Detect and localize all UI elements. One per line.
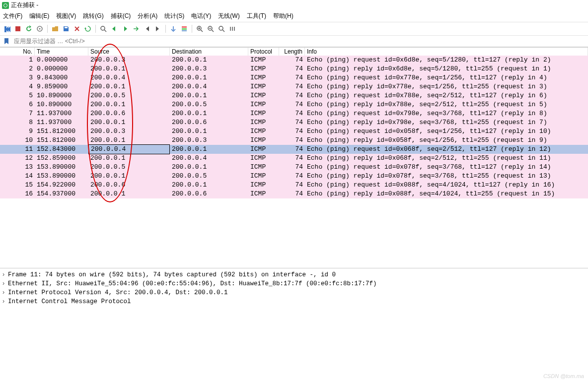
find-icon[interactable] [98,24,108,34]
column-destination[interactable]: Destination [170,48,248,56]
go-last-icon[interactable] [153,24,163,34]
cell-destination: 200.0.0.1 [170,56,248,64]
open-file-icon[interactable] [50,24,60,34]
column-protocol[interactable]: Protocol [248,48,279,56]
expand-icon[interactable]: › [1,279,6,288]
window-titlebar: 正在捕获 - [0,0,588,10]
cell-destination: 200.0.0.1 [170,91,248,100]
packet-row[interactable]: 12152.859000200.0.0.1200.0.0.4ICMP74Echo… [0,154,588,163]
go-to-packet-icon[interactable] [131,24,141,34]
cell-info: Echo (ping) request id=0x058f, seq=1/256… [305,127,588,136]
cell-source: 200.0.0.6 [88,181,170,190]
packet-row[interactable]: 16154.937000200.0.0.1200.0.0.6ICMP74Echo… [0,190,588,198]
go-first-icon[interactable] [142,24,152,34]
packet-row[interactable]: 39.843000200.0.0.4200.0.0.1ICMP74Echo (p… [0,73,588,82]
cell-time: 151.812000 [35,127,88,136]
cell-no: 3 [0,73,35,82]
svg-rect-6 [182,28,187,30]
packet-row[interactable]: 10151.812000200.0.0.1200.0.0.3ICMP74Echo… [0,136,588,145]
reload-icon[interactable] [83,24,93,34]
cell-protocol: ICMP [248,64,279,73]
svg-point-2 [39,28,41,30]
restart-capture-icon[interactable] [24,24,34,34]
detail-icmp: Internet Control Message Protocol [8,297,131,306]
zoom-out-icon[interactable] [206,24,216,34]
menu-view[interactable]: 视图(V) [56,12,76,20]
cell-destination: 200.0.0.6 [170,190,248,198]
stop-capture-icon[interactable] [13,24,23,34]
menu-analyze[interactable]: 分析(A) [138,12,157,20]
cell-protocol: ICMP [248,100,279,109]
cell-protocol: ICMP [248,163,279,172]
detail-frame: Frame 11: 74 bytes on wire (592 bits), 7… [8,270,336,279]
cell-info: Echo (ping) request id=0x798e, seq=3/768… [305,109,588,118]
go-forward-icon[interactable] [120,24,130,34]
cell-source: 200.0.0.1 [88,190,170,198]
display-filter-input[interactable] [12,37,586,46]
packet-row[interactable]: 510.890000200.0.0.5200.0.0.1ICMP74Echo (… [0,91,588,100]
window-title: 正在捕获 - [11,1,38,9]
cell-info: Echo (ping) reply id=0x058f, seq=1/256, … [305,136,588,145]
column-info[interactable]: Info [305,48,588,56]
cell-no: 8 [0,118,35,127]
packet-row[interactable]: 11152.843000200.0.0.4200.0.0.1ICMP74Echo… [0,145,588,154]
cell-length: 74 [279,190,305,198]
save-file-icon[interactable] [61,24,71,34]
cell-no: 1 [0,56,35,64]
expand-icon[interactable]: › [1,288,6,297]
packet-row[interactable]: 811.937000200.0.0.1200.0.0.6ICMP74Echo (… [0,118,588,127]
packet-row[interactable]: 13153.890000200.0.0.5200.0.0.1ICMP74Echo… [0,163,588,172]
menu-statistics[interactable]: 统计(S) [164,12,184,20]
menu-telephony[interactable]: 电话(Y) [191,12,211,20]
cell-destination: 200.0.0.3 [170,136,248,145]
packet-details-pane[interactable]: ›Frame 11: 74 bytes on wire (592 bits), … [0,268,588,367]
svg-rect-0 [15,26,20,31]
packet-row[interactable]: 15154.922000200.0.0.6200.0.0.1ICMP74Echo… [0,181,588,190]
packet-row[interactable]: 49.859000200.0.0.1200.0.0.4ICMP74Echo (p… [0,82,588,91]
cell-info: Echo (ping) request id=0x788e, seq=2/512… [305,91,588,100]
separator [47,25,48,33]
cell-no: 16 [0,190,35,198]
column-length[interactable]: Length [279,48,305,56]
close-file-icon[interactable] [72,24,82,34]
packet-row[interactable]: 610.890000200.0.0.1200.0.0.5ICMP74Echo (… [0,100,588,109]
go-back-icon[interactable] [109,24,119,34]
menu-wireless[interactable]: 无线(W) [218,12,239,20]
menu-help[interactable]: 帮助(H) [273,12,294,20]
cell-info: Echo (ping) request id=0x068f, seq=2/512… [305,145,588,154]
auto-scroll-icon[interactable] [168,24,178,34]
start-capture-icon[interactable] [2,24,12,34]
zoom-reset-icon[interactable] [217,24,226,34]
column-source[interactable]: Source [88,48,170,56]
cell-source: 200.0.0.4 [88,144,170,154]
zoom-in-icon[interactable] [195,24,205,34]
cell-destination: 200.0.0.6 [170,118,248,127]
cell-protocol: ICMP [248,190,279,198]
detail-ipv4: Internet Protocol Version 4, Src: 200.0.… [8,288,228,297]
expand-icon[interactable]: › [1,297,6,306]
menu-file[interactable]: 文件(F) [3,12,22,20]
cell-no: 5 [0,91,35,100]
packet-list[interactable]: 10.000000200.0.0.3200.0.0.1ICMP74Echo (p… [0,56,588,198]
menu-go[interactable]: 跳转(G) [83,12,103,20]
resize-columns-icon[interactable] [227,24,237,34]
packet-row[interactable]: 711.937000200.0.0.6200.0.0.1ICMP74Echo (… [0,109,588,118]
capture-options-icon[interactable] [35,24,45,34]
column-time[interactable]: Time [35,48,88,56]
cell-no: 2 [0,64,35,73]
packet-row[interactable]: 14153.890000200.0.0.1200.0.0.5ICMP74Echo… [0,172,588,181]
packet-row[interactable]: 20.000000200.0.0.1200.0.0.3ICMP74Echo (p… [0,64,588,73]
toolbar [0,22,588,36]
colorize-icon[interactable] [179,24,189,34]
cell-source: 200.0.0.5 [88,91,170,100]
menu-capture[interactable]: 捕获(C) [111,12,131,20]
column-no[interactable]: No. [0,48,35,56]
bookmark-icon[interactable] [2,37,11,46]
cell-protocol: ICMP [248,82,279,91]
menu-edit[interactable]: 编辑(E) [29,12,49,20]
packet-row[interactable]: 10.000000200.0.0.3200.0.0.1ICMP74Echo (p… [0,56,588,64]
expand-icon[interactable]: › [1,270,6,279]
menu-tools[interactable]: 工具(T) [247,12,266,20]
packet-row[interactable]: 9151.812000200.0.0.3200.0.0.1ICMP74Echo … [0,127,588,136]
cell-protocol: ICMP [248,91,279,100]
